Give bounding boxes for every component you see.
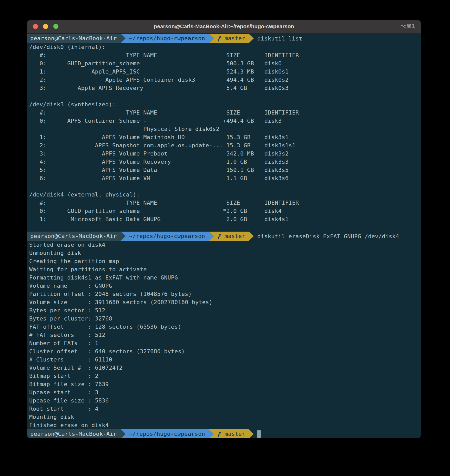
command-text-1: diskutil list bbox=[257, 35, 302, 42]
terminal-output-line: Physical Store disk0s2 bbox=[29, 125, 421, 133]
terminal-output-line: 3: Apple_APFS_Recovery 5.4 GB disk0s3 bbox=[29, 84, 421, 92]
terminal-output-line: 2: Apple_APFS Container disk3 494.4 GB d… bbox=[29, 76, 421, 84]
terminal-output-line: 0: APFS Container Scheme - +494.4 GB dis… bbox=[29, 117, 421, 125]
terminal-output-line: Upcase start : 3 bbox=[29, 388, 421, 397]
terminal-output-line: Started erase on disk4 bbox=[29, 241, 421, 249]
terminal-output-line: Partition offset : 2048 sectors (1048576… bbox=[29, 290, 421, 298]
terminal-output-line: /dev/disk0 (internal): bbox=[29, 43, 421, 51]
terminal-output-line: /dev/disk4 (external, physical): bbox=[29, 191, 421, 199]
prompt-host: pearson@Carls-MacBook-Air bbox=[30, 431, 117, 437]
git-branch-icon bbox=[217, 430, 222, 437]
terminal-output-line: #: TYPE NAME SIZE IDENTIFIER bbox=[29, 199, 421, 207]
prompt-host: pearson@Carls-MacBook-Air bbox=[30, 35, 117, 42]
prompt-path: ~/repos/hugo-cwpearson bbox=[129, 35, 205, 42]
terminal-output-line: 2: APFS Snapshot com.apple.os.update-...… bbox=[29, 141, 421, 150]
prompt-git-segment: master bbox=[209, 429, 249, 438]
terminal-output-line: Number of FATs : 1 bbox=[29, 339, 421, 347]
terminal-output-line: 1: APFS Volume Macintosh HD 15.3 GB disk… bbox=[29, 133, 421, 141]
prompt-host-segment: pearson@Carls-MacBook-Air bbox=[27, 232, 121, 241]
prompt-line-1: pearson@Carls-MacBook-Air ~/repos/hugo-c… bbox=[27, 34, 421, 43]
git-branch-icon bbox=[217, 35, 222, 42]
terminal-output-line: Creating the partition map bbox=[29, 257, 421, 265]
terminal-output-line: Cluster offset : 640 sectors (327680 byt… bbox=[29, 347, 421, 356]
prompt-path-segment: ~/repos/hugo-cwpearson bbox=[121, 232, 209, 241]
terminal-output-line: Upcase file size : 5836 bbox=[29, 397, 421, 405]
terminal-output-line: FAT offset : 128 sectors (65536 bytes) bbox=[29, 323, 421, 331]
window-shortcut-badge: ⌥⌘1 bbox=[400, 23, 415, 29]
terminal-output-line: Volume name : GNUPG bbox=[29, 282, 421, 290]
zoom-button[interactable] bbox=[53, 24, 58, 29]
terminal-output-line: Bitmap file size : 7639 bbox=[29, 380, 421, 388]
terminal-output-line: /dev/disk3 (synthesized): bbox=[29, 100, 421, 109]
prompt-path: ~/repos/hugo-cwpearson bbox=[129, 233, 205, 239]
prompt-host-segment: pearson@Carls-MacBook-Air bbox=[27, 34, 121, 43]
terminal-output-line: 3: APFS Volume Preboot 342.0 MB disk3s2 bbox=[29, 150, 421, 158]
terminal-output-line: Root start : 4 bbox=[29, 405, 421, 413]
terminal-output-line bbox=[29, 92, 421, 100]
terminal-output-line: # FAT sectors : 512 bbox=[29, 331, 421, 339]
prompt-git-segment: master bbox=[209, 232, 249, 241]
terminal-output-line: 0: GUID_partition_scheme 500.3 GB disk0 bbox=[29, 59, 421, 68]
terminal-output-line: # Clusters : 61110 bbox=[29, 356, 421, 364]
terminal-output-line: 1: Apple_APFS_ISC 524.3 MB disk0s1 bbox=[29, 68, 421, 76]
terminal-cursor bbox=[257, 430, 261, 438]
terminal-output-line: 1: Microsoft Basic Data GNUPG 2.0 GB dis… bbox=[29, 215, 421, 223]
erase-output: Started erase on disk4Unmounting diskCre… bbox=[27, 241, 421, 429]
prompt-branch: master bbox=[224, 431, 245, 437]
prompt-line-3: pearson@Carls-MacBook-Air ~/repos/hugo-c… bbox=[27, 429, 421, 438]
terminal-output-line: Volume Serial # : 610724f2 bbox=[29, 364, 421, 372]
terminal-output-line: Bytes per cluster: 32768 bbox=[29, 315, 421, 323]
terminal-output-line bbox=[29, 223, 421, 232]
minimize-button[interactable] bbox=[43, 24, 48, 29]
terminal-output-line: #: TYPE NAME SIZE IDENTIFIER bbox=[29, 109, 421, 117]
terminal-output-line: #: TYPE NAME SIZE IDENTIFIER bbox=[29, 51, 421, 59]
titlebar[interactable]: pearson@Carls-MacBook-Air:~/repos/hugo-c… bbox=[27, 20, 421, 33]
terminal-output-line: 5: APFS Volume Data 159.1 GB disk3s5 bbox=[29, 166, 421, 174]
prompt-host: pearson@Carls-MacBook-Air bbox=[30, 233, 117, 239]
terminal-output-line bbox=[29, 182, 421, 191]
terminal-output-line: Formatting disk4s1 as ExFAT with name GN… bbox=[29, 274, 421, 282]
prompt-branch: master bbox=[224, 233, 245, 239]
prompt-branch: master bbox=[224, 35, 245, 42]
terminal-window: pearson@Carls-MacBook-Air:~/repos/hugo-c… bbox=[27, 20, 421, 438]
prompt-path-segment: ~/repos/hugo-cwpearson bbox=[121, 429, 209, 438]
prompt-path-segment: ~/repos/hugo-cwpearson bbox=[121, 34, 209, 43]
command-text-2: diskutil eraseDisk ExFAT GNUPG /dev/disk… bbox=[257, 233, 399, 240]
terminal-output-line: Volume size : 3911680 sectors (200278016… bbox=[29, 298, 421, 306]
terminal-output-line: Unmounting disk bbox=[29, 249, 421, 257]
window-controls bbox=[33, 24, 58, 29]
close-button[interactable] bbox=[33, 24, 38, 29]
terminal-output-line: 6: APFS Volume VM 1.1 GB disk3s6 bbox=[29, 174, 421, 182]
terminal-output-line: Mounting disk bbox=[29, 413, 421, 421]
diskutil-list-output: /dev/disk0 (internal): #: TYPE NAME SIZE… bbox=[27, 43, 421, 232]
prompt-path: ~/repos/hugo-cwpearson bbox=[129, 431, 205, 437]
git-branch-icon bbox=[217, 233, 222, 239]
terminal-output-line: Waiting for partitions to activate bbox=[29, 265, 421, 274]
prompt-host-segment: pearson@Carls-MacBook-Air bbox=[27, 429, 121, 438]
prompt-line-2: pearson@Carls-MacBook-Air ~/repos/hugo-c… bbox=[27, 232, 421, 241]
terminal-output-line: Bytes per sector : 512 bbox=[29, 306, 421, 315]
terminal-output-line: Bitmap start : 2 bbox=[29, 372, 421, 380]
terminal-output-line: 0: GUID_partition_scheme *2.0 GB disk4 bbox=[29, 207, 421, 215]
window-title: pearson@Carls-MacBook-Air:~/repos/hugo-c… bbox=[27, 23, 421, 29]
terminal-output-line: 4: APFS Volume Recovery 1.0 GB disk3s3 bbox=[29, 158, 421, 166]
terminal-screen[interactable]: pearson@Carls-MacBook-Air ~/repos/hugo-c… bbox=[27, 33, 421, 438]
prompt-git-segment: master bbox=[209, 34, 249, 43]
terminal-output-line: Finished erase on disk4 bbox=[29, 421, 421, 429]
